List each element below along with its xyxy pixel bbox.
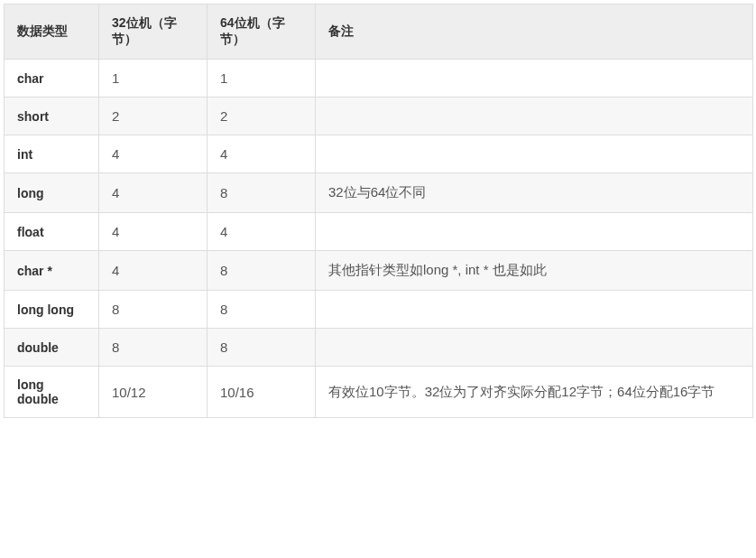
cell-64bit: 4 — [207, 135, 316, 173]
cell-type: int — [5, 135, 99, 173]
cell-remark: 32位与64位不同 — [316, 173, 753, 213]
cell-remark — [316, 60, 753, 98]
cell-64bit: 2 — [207, 98, 316, 135]
cell-type: long — [5, 173, 99, 213]
cell-type: char * — [5, 251, 99, 291]
table-row: long double 10/12 10/16 有效位10字节。32位为了对齐实… — [5, 367, 753, 418]
header-64bit: 64位机（字节） — [207, 5, 316, 60]
cell-32bit: 8 — [99, 291, 207, 329]
table-row: char 1 1 — [5, 60, 753, 98]
cell-remark: 有效位10字节。32位为了对齐实际分配12字节；64位分配16字节 — [316, 367, 753, 418]
cell-32bit: 1 — [99, 60, 207, 98]
header-remark: 备注 — [316, 5, 753, 60]
table-row: float 4 4 — [5, 213, 753, 251]
cell-64bit: 10/16 — [207, 367, 316, 418]
cell-64bit: 8 — [207, 173, 316, 213]
cell-remark — [316, 329, 753, 367]
cell-32bit: 4 — [99, 213, 207, 251]
cell-32bit: 8 — [99, 329, 207, 367]
table-row: double 8 8 — [5, 329, 753, 367]
table-row: long long 8 8 — [5, 291, 753, 329]
cell-32bit: 4 — [99, 173, 207, 213]
cell-remark — [316, 291, 753, 329]
cell-64bit: 4 — [207, 213, 316, 251]
cell-type: double — [5, 329, 99, 367]
cell-type: float — [5, 213, 99, 251]
cell-remark — [316, 135, 753, 173]
table-row: int 4 4 — [5, 135, 753, 173]
cell-type: long double — [5, 367, 99, 418]
cell-32bit: 10/12 — [99, 367, 207, 418]
cell-remark — [316, 98, 753, 135]
cell-remark — [316, 213, 753, 251]
header-type: 数据类型 — [5, 5, 99, 60]
table-row: long 4 8 32位与64位不同 — [5, 173, 753, 213]
cell-type: short — [5, 98, 99, 135]
cell-type: char — [5, 60, 99, 98]
cell-32bit: 4 — [99, 135, 207, 173]
header-32bit: 32位机（字节） — [99, 5, 207, 60]
cell-64bit: 8 — [207, 329, 316, 367]
table-header: 数据类型 32位机（字节） 64位机（字节） 备注 — [5, 5, 753, 60]
table-row: char * 4 8 其他指针类型如long *, int * 也是如此 — [5, 251, 753, 291]
cell-32bit: 2 — [99, 98, 207, 135]
cell-32bit: 4 — [99, 251, 207, 291]
cell-remark: 其他指针类型如long *, int * 也是如此 — [316, 251, 753, 291]
table-body: char 1 1 short 2 2 int 4 4 long 4 8 32位与… — [5, 60, 753, 418]
cell-64bit: 8 — [207, 291, 316, 329]
data-types-table: 数据类型 32位机（字节） 64位机（字节） 备注 char 1 1 short… — [4, 4, 753, 418]
cell-64bit: 8 — [207, 251, 316, 291]
cell-64bit: 1 — [207, 60, 316, 98]
table-row: short 2 2 — [5, 98, 753, 135]
cell-type: long long — [5, 291, 99, 329]
